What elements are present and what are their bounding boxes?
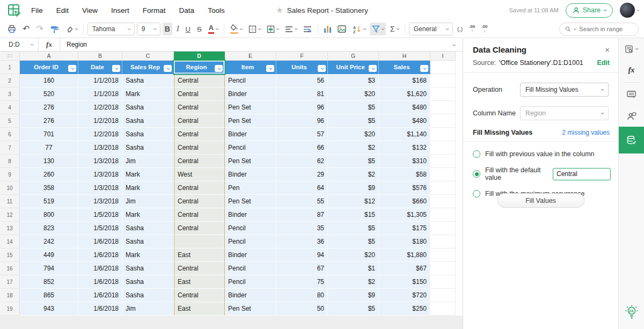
filter-chip-icon[interactable] <box>164 65 172 72</box>
option-fill-default[interactable]: Fill with the default value <box>463 166 618 181</box>
functions-icon[interactable]: fx <box>619 60 644 81</box>
cell-D4[interactable]: Central <box>174 101 225 114</box>
cell-E10[interactable]: Pen <box>225 181 276 195</box>
row-header-9[interactable]: 9 <box>0 168 20 181</box>
cell-H6[interactable]: $1,140 <box>379 128 430 141</box>
cell-A7[interactable]: 77 <box>20 141 78 155</box>
cell-G4[interactable]: $5 <box>328 101 379 114</box>
filter-chip-icon[interactable] <box>420 65 428 72</box>
cell-F12[interactable]: 87 <box>276 208 328 222</box>
row-header-14[interactable]: 14 <box>0 235 20 248</box>
cell-F3[interactable]: 81 <box>276 87 328 101</box>
cell-A3[interactable]: 520 <box>20 87 78 101</box>
font-color-button[interactable]: A <box>206 23 220 35</box>
borders-button[interactable] <box>246 23 262 35</box>
cell-C9[interactable]: Mark <box>122 168 174 181</box>
cell-G9[interactable]: $2 <box>328 168 379 181</box>
cell-G19[interactable]: $5 <box>328 302 379 316</box>
cell-H17[interactable]: $150 <box>379 275 430 289</box>
name-box[interactable]: D:D <box>0 38 39 51</box>
cell-D19[interactable]: East <box>174 302 225 316</box>
column-header-H[interactable]: H <box>379 52 430 61</box>
cell-E18[interactable]: Binder <box>225 289 276 302</box>
filter-chip-icon[interactable] <box>266 65 274 72</box>
decrease-decimal-button[interactable]: .00↓ <box>479 23 489 35</box>
cell-A17[interactable]: 852 <box>20 275 78 289</box>
fill-color-button[interactable] <box>228 23 244 35</box>
favorite-star-icon[interactable]: ★ <box>276 5 283 15</box>
cell-F9[interactable]: 29 <box>276 168 328 181</box>
font-family-select[interactable]: Tahoma <box>87 23 135 35</box>
cell-H18[interactable]: $720 <box>379 289 430 302</box>
cell-D11[interactable]: Central <box>174 195 225 208</box>
cell-I2[interactable] <box>430 74 456 87</box>
search-input[interactable] <box>579 26 633 32</box>
column-header-D[interactable]: D <box>174 52 225 61</box>
print-button[interactable] <box>5 23 18 35</box>
cell-E19[interactable]: Pen Set <box>225 302 276 316</box>
cell-E16[interactable]: Pencil <box>225 262 276 275</box>
cell-C18[interactable]: Sasha <box>122 289 174 302</box>
header-cell-region[interactable]: Region <box>174 61 225 74</box>
row-header-5[interactable]: 5 <box>0 114 20 128</box>
cell-C13[interactable]: Sasha <box>122 222 174 235</box>
cell-D18[interactable]: Central <box>174 289 225 302</box>
filter-chip-icon[interactable] <box>68 65 76 72</box>
undo-button[interactable]: ↶ <box>20 23 32 35</box>
merge-cells-button[interactable] <box>265 23 281 35</box>
italic-button[interactable]: I <box>174 23 181 35</box>
cell-D8[interactable]: Central <box>174 155 225 168</box>
cell-A13[interactable]: 823 <box>20 222 78 235</box>
cell-E13[interactable]: Pencil <box>225 222 276 235</box>
column-header-E[interactable]: E <box>225 52 276 61</box>
cell-D9[interactable]: West <box>174 168 225 181</box>
app-logo-icon[interactable] <box>6 3 21 18</box>
font-size-select[interactable]: 9 <box>137 23 160 35</box>
menu-data[interactable]: Data <box>179 6 195 14</box>
column-header-F[interactable]: F <box>276 52 328 61</box>
cell-B15[interactable]: 1/6/2018 <box>78 248 122 262</box>
cell-D10[interactable]: Central <box>174 181 225 195</box>
cell-B18[interactable]: 1/6/2018 <box>78 289 122 302</box>
cell-B6[interactable]: 1/2/2018 <box>78 128 122 141</box>
cell-G12[interactable]: $15 <box>328 208 379 222</box>
menu-tools[interactable]: Tools <box>208 6 225 14</box>
row-header-4[interactable]: 4 <box>0 101 20 114</box>
sum-button[interactable]: Σ <box>388 23 401 35</box>
cell-E14[interactable]: Pencil <box>225 235 276 248</box>
cell-A10[interactable]: 358 <box>20 181 78 195</box>
cell-A6[interactable]: 701 <box>20 128 78 141</box>
cell-D6[interactable]: Central <box>174 128 225 141</box>
row-header-2[interactable]: 2 <box>0 74 20 87</box>
cell-D3[interactable]: Central <box>174 87 225 101</box>
header-cell-date[interactable]: Date <box>78 61 122 74</box>
cell-A8[interactable]: 130 <box>20 155 78 168</box>
header-cell-item[interactable]: Item <box>225 61 276 74</box>
radio-fill-default[interactable] <box>473 170 480 178</box>
cell-A15[interactable]: 449 <box>20 248 78 262</box>
share-button[interactable]: Share <box>566 3 613 18</box>
sort-button[interactable]: AZ <box>350 23 368 35</box>
cell-F2[interactable]: 56 <box>276 74 328 87</box>
filter-chip-icon[interactable] <box>369 65 377 72</box>
cell-E6[interactable]: Binder <box>225 128 276 141</box>
menu-format[interactable]: Format <box>143 6 166 14</box>
close-icon[interactable]: × <box>605 46 610 54</box>
cell-B14[interactable]: 1/6/2018 <box>78 235 122 248</box>
wrap-text-button[interactable] <box>301 23 314 35</box>
format-painter-button[interactable] <box>48 23 61 35</box>
cell-I14[interactable] <box>430 235 456 248</box>
missing-values-link[interactable]: 2 missing values <box>562 129 610 136</box>
cell-D14[interactable] <box>174 235 225 248</box>
row-header-1[interactable]: 1 <box>0 61 20 74</box>
row-header-12[interactable]: 12 <box>0 208 20 222</box>
header-cell-units[interactable]: Units <box>276 61 328 74</box>
menu-insert[interactable]: Insert <box>111 6 129 14</box>
comments-icon[interactable] <box>619 84 644 105</box>
header-cell-empty-i[interactable] <box>430 61 456 74</box>
cell-H14[interactable]: $180 <box>379 235 430 248</box>
column-header-I[interactable]: I <box>430 52 456 61</box>
cell-E8[interactable]: Pen Set <box>225 155 276 168</box>
cell-A4[interactable]: 276 <box>20 101 78 114</box>
cell-E5[interactable]: Pen Set <box>225 114 276 128</box>
